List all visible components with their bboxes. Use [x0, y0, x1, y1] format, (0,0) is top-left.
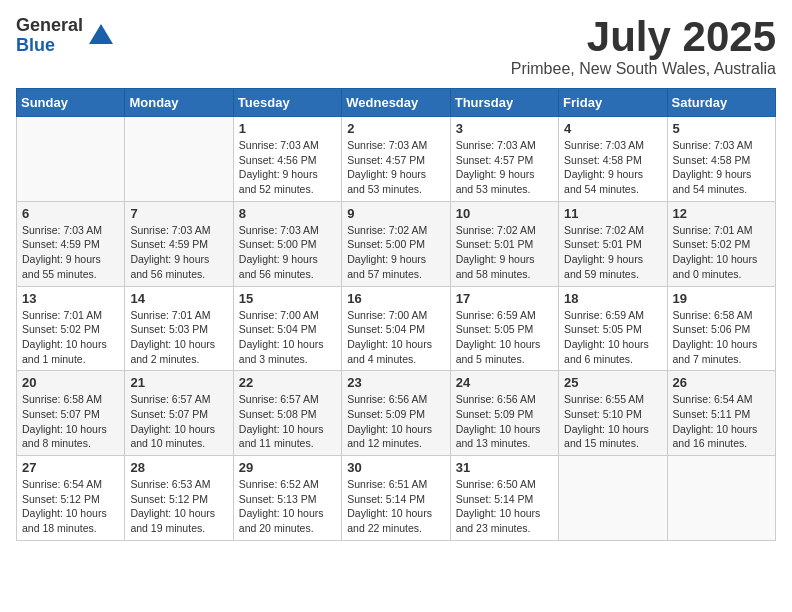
- calendar-cell: 12Sunrise: 7:01 AM Sunset: 5:02 PM Dayli…: [667, 201, 775, 286]
- calendar-cell: [559, 456, 667, 541]
- day-number: 27: [22, 460, 119, 475]
- header-wednesday: Wednesday: [342, 89, 450, 117]
- day-number: 2: [347, 121, 444, 136]
- calendar-cell: 11Sunrise: 7:02 AM Sunset: 5:01 PM Dayli…: [559, 201, 667, 286]
- calendar-cell: 9Sunrise: 7:02 AM Sunset: 5:00 PM Daylig…: [342, 201, 450, 286]
- day-number: 1: [239, 121, 336, 136]
- calendar-cell: 29Sunrise: 6:52 AM Sunset: 5:13 PM Dayli…: [233, 456, 341, 541]
- calendar-cell: 21Sunrise: 6:57 AM Sunset: 5:07 PM Dayli…: [125, 371, 233, 456]
- calendar-cell: 7Sunrise: 7:03 AM Sunset: 4:59 PM Daylig…: [125, 201, 233, 286]
- day-number: 4: [564, 121, 661, 136]
- logo-icon: [87, 22, 115, 50]
- day-number: 12: [673, 206, 770, 221]
- header-monday: Monday: [125, 89, 233, 117]
- calendar-cell: 20Sunrise: 6:58 AM Sunset: 5:07 PM Dayli…: [17, 371, 125, 456]
- day-info: Sunrise: 6:53 AM Sunset: 5:12 PM Dayligh…: [130, 477, 227, 536]
- day-number: 10: [456, 206, 553, 221]
- day-number: 22: [239, 375, 336, 390]
- calendar-cell: 23Sunrise: 6:56 AM Sunset: 5:09 PM Dayli…: [342, 371, 450, 456]
- day-info: Sunrise: 6:56 AM Sunset: 5:09 PM Dayligh…: [347, 392, 444, 451]
- calendar-cell: 15Sunrise: 7:00 AM Sunset: 5:04 PM Dayli…: [233, 286, 341, 371]
- day-info: Sunrise: 6:54 AM Sunset: 5:11 PM Dayligh…: [673, 392, 770, 451]
- day-number: 21: [130, 375, 227, 390]
- calendar-cell: 3Sunrise: 7:03 AM Sunset: 4:57 PM Daylig…: [450, 117, 558, 202]
- month-year-title: July 2025: [511, 16, 776, 58]
- title-block: July 2025 Primbee, New South Wales, Aust…: [511, 16, 776, 78]
- day-info: Sunrise: 7:02 AM Sunset: 5:00 PM Dayligh…: [347, 223, 444, 282]
- location-subtitle: Primbee, New South Wales, Australia: [511, 60, 776, 78]
- day-info: Sunrise: 7:01 AM Sunset: 5:03 PM Dayligh…: [130, 308, 227, 367]
- logo-blue: Blue: [16, 36, 83, 56]
- day-info: Sunrise: 6:58 AM Sunset: 5:07 PM Dayligh…: [22, 392, 119, 451]
- calendar-cell: 28Sunrise: 6:53 AM Sunset: 5:12 PM Dayli…: [125, 456, 233, 541]
- calendar-cell: [667, 456, 775, 541]
- calendar-cell: 4Sunrise: 7:03 AM Sunset: 4:58 PM Daylig…: [559, 117, 667, 202]
- calendar-cell: [17, 117, 125, 202]
- calendar-cell: 25Sunrise: 6:55 AM Sunset: 5:10 PM Dayli…: [559, 371, 667, 456]
- calendar-cell: 14Sunrise: 7:01 AM Sunset: 5:03 PM Dayli…: [125, 286, 233, 371]
- calendar-cell: 31Sunrise: 6:50 AM Sunset: 5:14 PM Dayli…: [450, 456, 558, 541]
- day-info: Sunrise: 7:03 AM Sunset: 4:57 PM Dayligh…: [456, 138, 553, 197]
- day-info: Sunrise: 6:58 AM Sunset: 5:06 PM Dayligh…: [673, 308, 770, 367]
- calendar-week-row: 6Sunrise: 7:03 AM Sunset: 4:59 PM Daylig…: [17, 201, 776, 286]
- day-number: 3: [456, 121, 553, 136]
- day-number: 18: [564, 291, 661, 306]
- day-info: Sunrise: 7:01 AM Sunset: 5:02 PM Dayligh…: [22, 308, 119, 367]
- day-info: Sunrise: 7:03 AM Sunset: 5:00 PM Dayligh…: [239, 223, 336, 282]
- day-info: Sunrise: 7:03 AM Sunset: 4:59 PM Dayligh…: [22, 223, 119, 282]
- day-info: Sunrise: 6:54 AM Sunset: 5:12 PM Dayligh…: [22, 477, 119, 536]
- page-header: General Blue July 2025 Primbee, New Sout…: [16, 16, 776, 78]
- day-info: Sunrise: 6:55 AM Sunset: 5:10 PM Dayligh…: [564, 392, 661, 451]
- day-number: 30: [347, 460, 444, 475]
- calendar-cell: 22Sunrise: 6:57 AM Sunset: 5:08 PM Dayli…: [233, 371, 341, 456]
- calendar-cell: 8Sunrise: 7:03 AM Sunset: 5:00 PM Daylig…: [233, 201, 341, 286]
- calendar-cell: 17Sunrise: 6:59 AM Sunset: 5:05 PM Dayli…: [450, 286, 558, 371]
- calendar-cell: 18Sunrise: 6:59 AM Sunset: 5:05 PM Dayli…: [559, 286, 667, 371]
- day-number: 14: [130, 291, 227, 306]
- day-number: 31: [456, 460, 553, 475]
- day-number: 6: [22, 206, 119, 221]
- day-number: 16: [347, 291, 444, 306]
- day-number: 9: [347, 206, 444, 221]
- day-number: 24: [456, 375, 553, 390]
- calendar-cell: 1Sunrise: 7:03 AM Sunset: 4:56 PM Daylig…: [233, 117, 341, 202]
- day-number: 25: [564, 375, 661, 390]
- day-number: 13: [22, 291, 119, 306]
- day-info: Sunrise: 7:03 AM Sunset: 4:56 PM Dayligh…: [239, 138, 336, 197]
- calendar-cell: 10Sunrise: 7:02 AM Sunset: 5:01 PM Dayli…: [450, 201, 558, 286]
- day-number: 15: [239, 291, 336, 306]
- calendar-cell: 5Sunrise: 7:03 AM Sunset: 4:58 PM Daylig…: [667, 117, 775, 202]
- header-sunday: Sunday: [17, 89, 125, 117]
- day-number: 5: [673, 121, 770, 136]
- header-friday: Friday: [559, 89, 667, 117]
- calendar-week-row: 13Sunrise: 7:01 AM Sunset: 5:02 PM Dayli…: [17, 286, 776, 371]
- calendar-cell: [125, 117, 233, 202]
- calendar-week-row: 27Sunrise: 6:54 AM Sunset: 5:12 PM Dayli…: [17, 456, 776, 541]
- calendar-cell: 16Sunrise: 7:00 AM Sunset: 5:04 PM Dayli…: [342, 286, 450, 371]
- day-info: Sunrise: 6:57 AM Sunset: 5:08 PM Dayligh…: [239, 392, 336, 451]
- day-number: 23: [347, 375, 444, 390]
- day-info: Sunrise: 6:51 AM Sunset: 5:14 PM Dayligh…: [347, 477, 444, 536]
- day-number: 8: [239, 206, 336, 221]
- day-info: Sunrise: 6:50 AM Sunset: 5:14 PM Dayligh…: [456, 477, 553, 536]
- header-saturday: Saturday: [667, 89, 775, 117]
- logo-general: General: [16, 16, 83, 36]
- day-number: 17: [456, 291, 553, 306]
- calendar-cell: 30Sunrise: 6:51 AM Sunset: 5:14 PM Dayli…: [342, 456, 450, 541]
- calendar-week-row: 20Sunrise: 6:58 AM Sunset: 5:07 PM Dayli…: [17, 371, 776, 456]
- day-info: Sunrise: 7:01 AM Sunset: 5:02 PM Dayligh…: [673, 223, 770, 282]
- day-info: Sunrise: 6:57 AM Sunset: 5:07 PM Dayligh…: [130, 392, 227, 451]
- header-thursday: Thursday: [450, 89, 558, 117]
- calendar-cell: 24Sunrise: 6:56 AM Sunset: 5:09 PM Dayli…: [450, 371, 558, 456]
- day-info: Sunrise: 7:03 AM Sunset: 4:58 PM Dayligh…: [673, 138, 770, 197]
- day-number: 20: [22, 375, 119, 390]
- day-info: Sunrise: 7:00 AM Sunset: 5:04 PM Dayligh…: [239, 308, 336, 367]
- day-number: 29: [239, 460, 336, 475]
- calendar-week-row: 1Sunrise: 7:03 AM Sunset: 4:56 PM Daylig…: [17, 117, 776, 202]
- day-info: Sunrise: 7:02 AM Sunset: 5:01 PM Dayligh…: [456, 223, 553, 282]
- day-info: Sunrise: 7:03 AM Sunset: 4:59 PM Dayligh…: [130, 223, 227, 282]
- day-number: 26: [673, 375, 770, 390]
- calendar-table: SundayMondayTuesdayWednesdayThursdayFrid…: [16, 88, 776, 541]
- header-tuesday: Tuesday: [233, 89, 341, 117]
- day-number: 11: [564, 206, 661, 221]
